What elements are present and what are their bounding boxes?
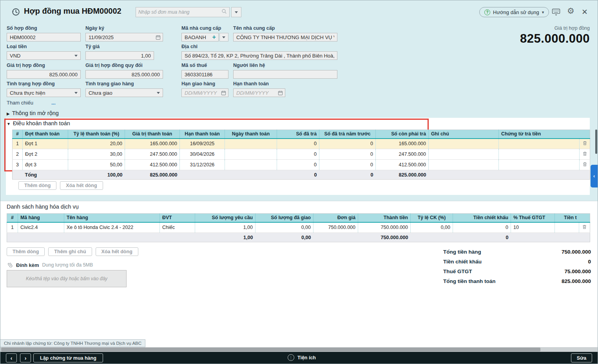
create-purchase-document-button[interactable]: Lập chứng từ mua hàng bbox=[33, 353, 103, 362]
vertical-scrollbar-thumb[interactable] bbox=[595, 130, 597, 154]
payment-delete-all-button[interactable]: Xóa hết dòng bbox=[60, 181, 103, 190]
contract-value-input[interactable] bbox=[7, 70, 81, 79]
col-index: # bbox=[7, 214, 18, 222]
section-extended-info-label: Thông tin mở rộng bbox=[12, 110, 59, 116]
prev-record-button[interactable]: ‹ bbox=[6, 353, 17, 362]
exchange-rate-input[interactable] bbox=[85, 51, 154, 60]
supplier-name-input[interactable] bbox=[233, 33, 337, 41]
goods-total-discount: 0 bbox=[453, 233, 511, 242]
col-qty-delivered: Số lượng đã giao bbox=[256, 214, 313, 222]
delivery-deadline-label: Hạn giao hàng bbox=[181, 81, 228, 87]
delete-row-icon[interactable] bbox=[582, 151, 587, 157]
total-vat-value: 75.000.000 bbox=[564, 268, 591, 274]
section-extended-info[interactable]: ▶Thông tin mở rộng bbox=[7, 110, 59, 116]
help-icon: ? bbox=[484, 9, 490, 15]
side-panel-toggle[interactable]: ‹ bbox=[591, 165, 598, 187]
total-discount-label: Tiền chiết khấu bbox=[443, 259, 482, 265]
tax-code-input[interactable] bbox=[181, 70, 228, 79]
chevron-left-icon: ‹ bbox=[593, 173, 595, 179]
reference-label: Tham chiếu bbox=[7, 100, 33, 106]
keyboard-shortcut-icon[interactable] bbox=[552, 9, 560, 18]
supplier-name-label: Tên nhà cung cấp bbox=[233, 25, 337, 31]
payment-total-amount: 825.000.000 bbox=[125, 170, 180, 180]
goods-total-amount: 750.000.000 bbox=[358, 233, 411, 242]
section-payment-terms-label: Điều khoản thanh toán bbox=[13, 120, 70, 126]
payment-row-3[interactable]: 3 đợt 3 50,00 412.500.000 31/12/2026 0 0… bbox=[13, 160, 590, 170]
search-input[interactable] bbox=[138, 9, 221, 15]
help-button[interactable]: ? Hướng dẫn sử dụng ▾ bbox=[479, 7, 549, 17]
payment-total-remaining: 825.000.000 bbox=[376, 170, 429, 180]
goods-row-1[interactable]: 1 Civic2.4 Xe ô tô Honda Civic 2.4 - 202… bbox=[7, 222, 590, 233]
close-icon[interactable]: ✕ bbox=[582, 8, 588, 16]
section-payment-terms[interactable]: ▼Điều khoản thanh toán bbox=[7, 120, 70, 126]
payment-row-2[interactable]: 2 Đợt 2 30,00 247.500.000 30/04/2026 0 0… bbox=[13, 149, 590, 160]
payment-add-row-button[interactable]: Thêm dòng bbox=[18, 181, 56, 190]
total-goods-label: Tổng tiền hàng bbox=[443, 249, 481, 255]
converted-value-label: Giá trị hợp đồng quy đổi bbox=[85, 63, 163, 68]
add-supplier-icon[interactable]: + bbox=[212, 34, 216, 41]
payment-total-paid: 0 bbox=[277, 170, 319, 180]
col-percent: Tỷ lệ thanh toán (%) bbox=[68, 130, 125, 139]
col-actions bbox=[579, 214, 590, 222]
order-search-box[interactable] bbox=[136, 7, 230, 17]
total-payment-value: 825.000.000 bbox=[562, 278, 591, 284]
payment-header-row: # Đợt thanh toán Tỷ lệ thanh toán (%) Gi… bbox=[13, 130, 590, 139]
utilities-button[interactable]: ⋮ Tiện ích bbox=[288, 354, 316, 361]
search-dropdown-button[interactable] bbox=[231, 7, 241, 17]
col-payment-date: Ngày thanh toán bbox=[225, 130, 277, 139]
col-discount-rate: Tỷ lệ CK (%) bbox=[411, 214, 453, 222]
delivery-status-label: Tình trạng giao hàng bbox=[85, 81, 163, 87]
delete-row-icon[interactable] bbox=[582, 224, 587, 231]
address-input[interactable] bbox=[181, 51, 337, 60]
scrollbar-thumb[interactable] bbox=[1, 348, 540, 351]
delete-row-icon[interactable] bbox=[582, 141, 587, 147]
goods-delete-all-button[interactable]: Xóa hết dòng bbox=[96, 247, 138, 256]
contact-person-input[interactable] bbox=[233, 70, 337, 79]
exchange-rate-label: Tỷ giá bbox=[85, 44, 154, 50]
delivery-status-select[interactable]: Chưa giao bbox=[85, 88, 163, 97]
currency-select[interactable]: VND bbox=[7, 51, 81, 60]
help-label: Hướng dẫn sử dụng bbox=[493, 9, 539, 15]
supplier-dropdown-button[interactable] bbox=[219, 33, 228, 41]
col-payment-voucher: Chứng từ trả tiền bbox=[499, 130, 580, 139]
calendar-icon[interactable] bbox=[221, 90, 226, 97]
total-payment-label: Tổng tiền thanh toán bbox=[443, 278, 495, 284]
calendar-icon[interactable] bbox=[156, 34, 161, 41]
address-label: Địa chỉ bbox=[181, 44, 337, 50]
file-dropzone[interactable]: Kéo/thả tệp vào đây hoặc bấm vào đây bbox=[7, 270, 127, 287]
delete-row-icon[interactable] bbox=[582, 162, 587, 168]
sign-date-input[interactable] bbox=[85, 33, 163, 41]
contract-number-label: Số hợp đồng bbox=[7, 25, 81, 31]
utilities-icon: ⋮ bbox=[288, 354, 294, 361]
col-discount-amount: Tiền chiết khấu bbox=[453, 214, 511, 222]
goods-add-note-button[interactable]: Thêm ghi chú bbox=[48, 247, 92, 256]
supplier-code-input[interactable]: BAOANH + bbox=[181, 33, 219, 41]
gear-icon[interactable]: ⚙ bbox=[567, 7, 574, 15]
total-discount-value: 0 bbox=[588, 259, 591, 265]
next-record-button[interactable]: › bbox=[20, 353, 31, 362]
goods-add-row-button[interactable]: Thêm dòng bbox=[7, 247, 45, 256]
payment-row-1[interactable]: 1 Đợt 1 20,00 165.000.000 16/09/2025 0 0… bbox=[13, 139, 590, 149]
footer-bar: ‹ › Lập chứng từ mua hàng ⋮ Tiện ích Sửa bbox=[0, 352, 598, 364]
chevron-down-icon bbox=[157, 92, 160, 94]
goods-total-row: 1,00 0,00 750.000.000 0 bbox=[7, 233, 590, 242]
contract-number-input[interactable] bbox=[7, 33, 81, 41]
chevron-down-icon bbox=[74, 55, 78, 57]
col-paid-previous-year: Số đã trả năm trước bbox=[319, 130, 376, 139]
reference-link[interactable]: ... bbox=[51, 100, 56, 106]
search-icon bbox=[221, 9, 227, 16]
edit-button[interactable]: Sửa bbox=[571, 353, 592, 362]
branch-status-tab: Chi nhánh lập chứng từ: Công ty TNHH Thư… bbox=[0, 339, 145, 347]
calendar-icon[interactable] bbox=[278, 90, 283, 97]
horizontal-scrollbar[interactable] bbox=[0, 347, 598, 352]
payment-deadline-label: Hạn thanh toán bbox=[233, 81, 285, 87]
contract-value-label: Giá trị hợp đồng bbox=[7, 63, 81, 68]
page-title: Hợp đồng mua HĐM00002 bbox=[24, 7, 121, 16]
payment-total-paid-prev: 0 bbox=[319, 170, 376, 180]
goods-total-qty-requested: 1,00 bbox=[195, 233, 256, 242]
contract-status-select[interactable]: Chưa thực hiện bbox=[7, 88, 81, 97]
col-installment: Đợt thanh toán bbox=[23, 130, 68, 139]
delivery-status-value: Chưa giao bbox=[89, 90, 112, 96]
history-icon bbox=[11, 7, 20, 18]
converted-value-input[interactable] bbox=[85, 70, 163, 79]
